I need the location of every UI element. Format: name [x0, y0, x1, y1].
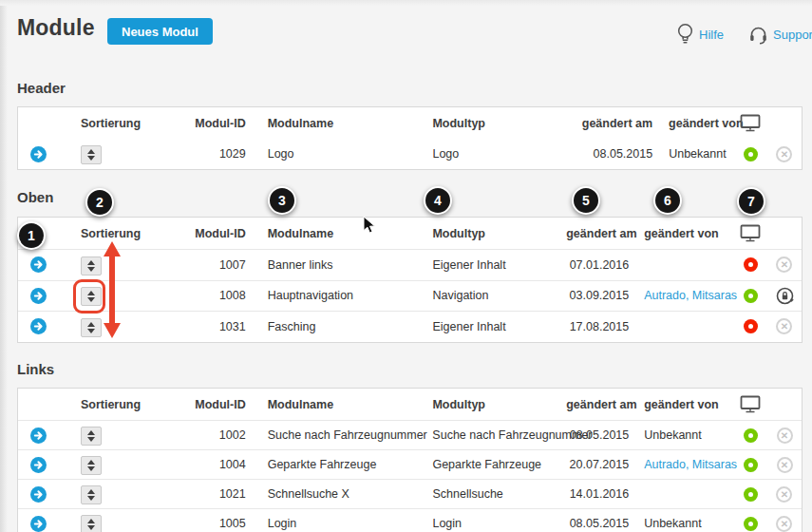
table-head: Sortierung Modul-ID Modulname Modultyp g… [18, 218, 802, 249]
changed-by: Unbekannt [652, 147, 733, 161]
changed-date: 17.08.2015 [566, 320, 629, 333]
changed-date: 08.05.2015 [566, 147, 652, 161]
unlock-button[interactable] [775, 286, 795, 306]
modul-id: 1031 [145, 320, 246, 333]
col-sortierung: Sortierung [60, 117, 145, 130]
modul-id: 1029 [145, 147, 246, 161]
changed-by[interactable]: Autrado, Mitsaras [629, 289, 733, 302]
delete-button[interactable] [776, 318, 792, 334]
col-geaendert-von: geändert von [629, 227, 733, 240]
modul-id: 1002 [145, 428, 246, 442]
sort-stepper[interactable] [81, 515, 102, 532]
callout-7: 7 [737, 187, 765, 216]
callout-4: 4 [424, 186, 452, 215]
col-modultyp: Modultyp [432, 117, 566, 130]
status-indicator[interactable] [744, 428, 758, 443]
table-row: 1004 Geparkte Fahrzeuge Geparkte Fahrzeu… [18, 449, 802, 479]
col-modultyp: Modultyp [432, 227, 566, 240]
sort-stepper[interactable] [81, 145, 102, 164]
delete-button[interactable] [777, 457, 793, 473]
table-row: 1029 Logo Logo 08.05.2015 Unbekannt [18, 139, 802, 169]
modulname: Logo [246, 147, 433, 161]
sort-stepper[interactable] [81, 427, 102, 446]
changed-by: Unbekannt [629, 517, 733, 530]
delete-button[interactable] [776, 516, 792, 532]
status-indicator[interactable] [744, 487, 758, 502]
monitor-icon [733, 395, 767, 413]
changed-date: 07.01.2016 [566, 258, 629, 272]
delete-button[interactable] [776, 486, 792, 503]
modulname: Geparkte Fahrzeuge [246, 458, 433, 471]
modul-id: 1008 [145, 289, 246, 302]
open-module-button[interactable] [30, 288, 47, 304]
changed-date: 08.05.2015 [566, 428, 629, 442]
status-indicator[interactable] [744, 257, 758, 272]
changed-date: 03.09.2015 [566, 289, 629, 302]
callout-3: 3 [268, 186, 296, 215]
table-header-section: Sortierung Modul-ID Modulname Modultyp g… [17, 106, 803, 170]
status-indicator[interactable] [744, 458, 758, 472]
col-modultyp: Modultyp [432, 398, 566, 411]
delete-button[interactable] [776, 256, 792, 273]
open-module-button[interactable] [30, 146, 47, 162]
modulname: Schnellsuche X [246, 487, 433, 501]
help-link[interactable]: Hilfe [699, 28, 724, 42]
col-modulname: Modulname [246, 398, 433, 411]
open-module-button[interactable] [30, 428, 47, 444]
new-module-button[interactable]: Neues Modul [107, 18, 213, 45]
table-row: 1008 Hauptnavigation Navigation 03.09.20… [18, 280, 802, 312]
open-module-button[interactable] [30, 516, 47, 532]
col-modul-id: Modul-ID [145, 117, 246, 130]
status-indicator[interactable] [744, 289, 758, 303]
modul-id: 1004 [145, 458, 246, 471]
changed-date: 14.01.2016 [566, 487, 629, 501]
modulname: Banner links [246, 258, 433, 272]
col-geaendert-am: geändert am [566, 117, 652, 130]
status-indicator[interactable] [744, 319, 758, 333]
lightbulb-icon [676, 23, 694, 46]
delete-button[interactable] [777, 428, 793, 444]
modultyp: Schnellsuche [432, 487, 566, 501]
headset-icon [748, 25, 768, 45]
monitor-icon [733, 224, 767, 242]
table-row: 1021 Schnellsuche X Schnellsuche 14.01.2… [18, 479, 802, 508]
table-head: Sortierung Modul-ID Modulname Modultyp g… [18, 389, 802, 420]
changed-by[interactable]: Autrado, Mitsaras [629, 458, 733, 471]
col-modulname: Modulname [246, 117, 433, 130]
mouse-cursor [363, 216, 376, 238]
table-row: 1031 Fasching Eigener Inhalt 17.08.2015 [18, 311, 802, 342]
changed-by: Unbekannt [629, 428, 733, 442]
modultyp: Navigation [432, 289, 566, 302]
status-indicator[interactable] [744, 147, 758, 162]
modul-id: 1007 [145, 258, 246, 272]
col-modulname: Modulname [246, 227, 433, 240]
open-module-button[interactable] [30, 256, 47, 273]
sort-direction-arrow [99, 240, 125, 343]
col-geaendert-am: geändert am [566, 227, 629, 240]
help-support-bar: Hilfe Support [676, 23, 812, 46]
delete-button[interactable] [776, 146, 792, 162]
open-module-button[interactable] [30, 318, 47, 334]
table-row: 1007 Banner links Eigener Inhalt 07.01.2… [18, 249, 802, 280]
table-row: 1002 Suche nach Fahrzeugnummer Suche nac… [18, 420, 802, 449]
callout-1: 1 [17, 221, 46, 250]
col-geaendert-von: geändert von [652, 117, 733, 130]
status-indicator[interactable] [744, 517, 758, 531]
modulname: Login [246, 517, 433, 530]
open-module-button[interactable] [30, 457, 47, 473]
col-modul-id: Modul-ID [145, 398, 246, 411]
section-title-header: Header [17, 80, 66, 96]
col-sortierung: Sortierung [60, 227, 145, 240]
callout-6: 6 [653, 186, 682, 215]
table-head: Sortierung Modul-ID Modulname Modultyp g… [18, 107, 802, 139]
modultyp: Login [432, 517, 566, 530]
open-module-button[interactable] [30, 486, 47, 503]
modultyp: Geparkte Fahrzeuge [432, 458, 566, 471]
col-geaendert-am: geändert am [566, 398, 629, 411]
sort-stepper[interactable] [81, 456, 102, 475]
modul-id: 1021 [145, 487, 246, 501]
support-link[interactable]: Support [773, 28, 812, 42]
modultyp: Logo [432, 147, 566, 161]
sort-stepper[interactable] [81, 485, 102, 504]
callout-5: 5 [572, 186, 600, 215]
